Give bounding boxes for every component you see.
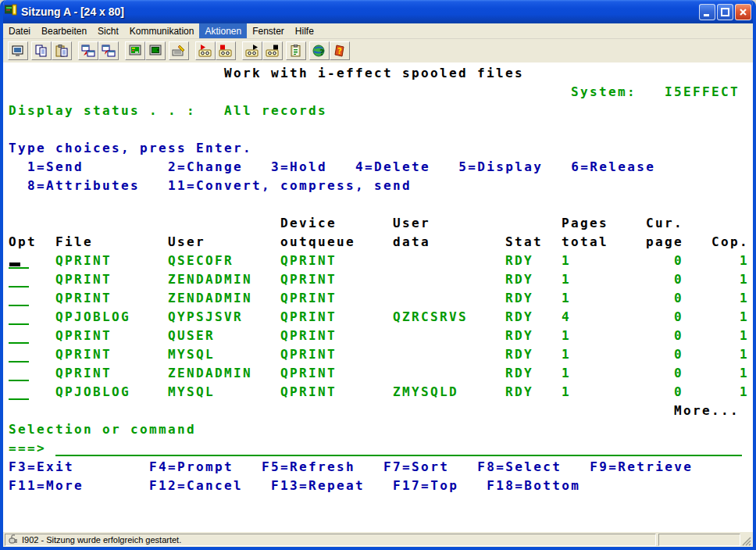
- cell-page: 0: [674, 252, 683, 270]
- menu-item-kommunikation[interactable]: Kommunikation: [124, 23, 200, 38]
- menu-item-datei[interactable]: Datei: [3, 23, 36, 38]
- maximize-button[interactable]: [717, 4, 733, 20]
- status-message-panel: I902 - Sitzung wurde erfolgreich gestart…: [5, 534, 656, 546]
- app-window: Sitzung A - [24 x 80] Datei Bearbeiten S…: [0, 0, 756, 550]
- spool-file-row: QPRINTZENDADMINQPRINTRDY101: [3, 364, 753, 383]
- system-value: I5EFFECT: [665, 83, 740, 102]
- options-line-1: 1=Send 2=Change 3=Hold 4=Delete 5=Displa…: [27, 158, 655, 177]
- system-label: System:: [571, 83, 637, 102]
- spool-file-row: QPRINTQSECOFRQPRINTRDY101: [3, 252, 753, 270]
- receive-file-icon[interactable]: [98, 41, 119, 60]
- cell-stat: RDY: [505, 383, 533, 402]
- record-macro-start-icon[interactable]: [195, 41, 216, 60]
- cell-total: 1: [562, 327, 571, 345]
- menu-item-fenster[interactable]: Fenster: [247, 23, 290, 38]
- cell-file: QPRINT: [55, 364, 112, 383]
- cell-total: 1: [562, 383, 571, 402]
- cell-user: ZENDADMIN: [168, 289, 252, 308]
- record-macro-stop-icon[interactable]: [216, 41, 236, 60]
- display-setup-icon[interactable]: [145, 41, 166, 60]
- client-area: Work with i-effect spooled files System:…: [3, 62, 753, 531]
- keyboard-icon[interactable]: [169, 41, 189, 60]
- cell-outqueue: QPRINT: [280, 270, 337, 289]
- cell-stat: RDY: [505, 270, 533, 289]
- pause-macro-icon[interactable]: [262, 41, 283, 60]
- display-icon[interactable]: [8, 41, 28, 60]
- cell-cop: 1: [740, 345, 749, 364]
- cell-outqueue: QPRINT: [280, 327, 337, 345]
- menu-item-sicht[interactable]: Sicht: [92, 23, 124, 38]
- cell-cop: 1: [740, 364, 749, 383]
- cell-cop: 1: [740, 383, 749, 402]
- app-icon: [5, 4, 17, 20]
- cell-file: QPRINT: [55, 327, 112, 345]
- menu-item-hilfe[interactable]: Hilfe: [290, 23, 319, 38]
- command-prompt-arrow: ===>: [9, 439, 46, 458]
- cell-total: 1: [562, 289, 571, 308]
- cell-outqueue: QPRINT: [280, 345, 337, 364]
- fkeys-line-1: F3=Exit F4=Prompt F5=Refresh F7=Sort F8=…: [9, 458, 693, 477]
- cell-cop: 1: [740, 289, 749, 308]
- svg-text:?: ?: [319, 48, 324, 57]
- cell-total: 1: [562, 364, 571, 383]
- menu-item-bearbeiten[interactable]: Bearbeiten: [36, 23, 92, 38]
- opt-input-field[interactable]: [9, 305, 29, 306]
- cell-total: 1: [562, 345, 571, 364]
- command-input[interactable]: [55, 455, 742, 456]
- cell-stat: RDY: [505, 289, 533, 308]
- opt-input-field[interactable]: [9, 323, 29, 325]
- clipboard-notes-icon[interactable]: [286, 41, 306, 60]
- cell-cop: 1: [740, 270, 749, 289]
- cell-page: 0: [674, 327, 683, 345]
- close-button[interactable]: [735, 4, 751, 20]
- cell-user: QUSER: [168, 327, 215, 345]
- resize-grip[interactable]: [740, 534, 751, 546]
- cell-page: 0: [674, 364, 683, 383]
- cell-file: QPRINT: [55, 252, 112, 270]
- spool-file-row: QPRINTZENDADMINQPRINTRDY101: [3, 270, 753, 289]
- cell-file: QPJOBLOG: [55, 308, 130, 327]
- cell-data: ZMYSQLD: [393, 383, 458, 402]
- cell-file: QPRINT: [55, 270, 112, 289]
- col-header-cop: Cop.: [711, 233, 749, 252]
- opt-input-field[interactable]: [9, 267, 29, 269]
- opt-input-field[interactable]: [9, 361, 29, 362]
- status-secondary-panel: [658, 534, 740, 546]
- opt-input-field[interactable]: [9, 398, 29, 400]
- opt-input-field[interactable]: [9, 286, 29, 288]
- col-header-file: File: [55, 233, 93, 252]
- cell-stat: RDY: [505, 345, 533, 364]
- col-header-page: page: [646, 233, 683, 252]
- opt-input-field[interactable]: [9, 342, 29, 344]
- col-header-total: total: [562, 233, 608, 252]
- col-header-cur: Cur.: [646, 214, 683, 233]
- opt-input-field[interactable]: [9, 380, 29, 381]
- cell-outqueue: QPRINT: [280, 364, 337, 383]
- cell-cop: 1: [740, 252, 749, 270]
- cell-user: QYPSJSVR: [168, 308, 243, 327]
- send-file-icon[interactable]: [78, 41, 98, 60]
- cell-total: 1: [562, 270, 571, 289]
- title-bar[interactable]: Sitzung A - [24 x 80]: [0, 0, 756, 23]
- minimize-button[interactable]: [699, 4, 715, 20]
- col-header-stat: Stat: [505, 233, 543, 252]
- col-header-user-data-1: User: [393, 214, 430, 233]
- col-header-data: data: [393, 233, 430, 252]
- help-icon[interactable]: ?: [330, 41, 350, 60]
- display-colors-icon[interactable]: [125, 41, 145, 60]
- copy-icon[interactable]: [31, 41, 52, 60]
- menu-item-aktionen[interactable]: Aktionen: [199, 23, 247, 38]
- cell-data: QZRCSRVS: [393, 308, 468, 327]
- internet-help-icon[interactable]: ?: [309, 41, 330, 60]
- fkeys-line-2: F11=More F12=Cancel F13=Repeat F17=Top F…: [9, 477, 580, 495]
- cell-outqueue: QPRINT: [280, 308, 337, 327]
- paste-icon[interactable]: [52, 41, 72, 60]
- cell-page: 0: [674, 383, 683, 402]
- play-macro-icon[interactable]: [242, 41, 262, 60]
- cell-page: 0: [674, 345, 683, 364]
- svg-text:?: ?: [337, 47, 342, 55]
- selection-command-label: Selection or command: [9, 420, 196, 439]
- col-header-outqueue: outqueue: [280, 233, 355, 252]
- col-header-pages: Pages: [562, 214, 608, 233]
- spool-file-row: QPRINTQUSERQPRINTRDY101: [3, 327, 753, 345]
